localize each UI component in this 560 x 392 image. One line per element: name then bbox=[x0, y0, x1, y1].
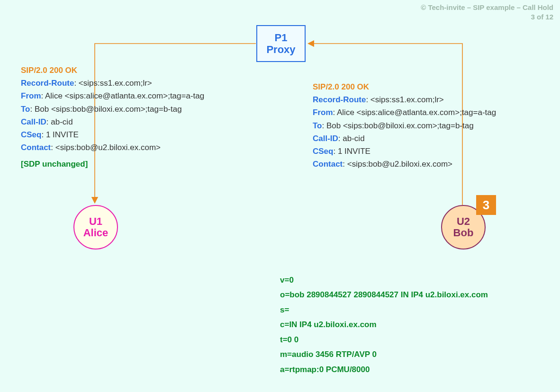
sdp-unchanged-note: [SDP unchanged] bbox=[21, 158, 204, 170]
sdp-t: t=0 0 bbox=[280, 332, 488, 347]
sdp-a: a=rtpmap:0 PCMU/8000 bbox=[280, 362, 488, 377]
from-val: : Alice <sips:alice@atlanta.ex.com>;tag=… bbox=[41, 91, 205, 100]
u2-label-2: Bob bbox=[453, 227, 474, 239]
contact-val: : <sips:bob@u2.biloxi.ex.com> bbox=[343, 160, 452, 169]
to-hdr: To bbox=[21, 105, 30, 114]
sdp-v: v=0 bbox=[280, 273, 488, 287]
contact-hdr: Contact bbox=[313, 160, 343, 169]
copyright-line1: © Tech-invite – SIP example – Call Hold bbox=[421, 3, 553, 12]
sdp-body: v=0 o=bob 2890844527 2890844527 IN IP4 u… bbox=[280, 273, 488, 377]
copyright: © Tech-invite – SIP example – Call Hold … bbox=[421, 3, 553, 21]
p1-proxy-node: P1 Proxy bbox=[256, 25, 306, 62]
copyright-line2: 3 of 12 bbox=[421, 12, 553, 22]
to-hdr: To bbox=[313, 121, 322, 130]
from-hdr: From bbox=[313, 108, 333, 117]
u1-label-2: Alice bbox=[83, 227, 108, 239]
sip-response-right: SIP/2.0 200 OK Record-Route: <sips:ss1.e… bbox=[313, 80, 496, 170]
step-badge: 3 bbox=[476, 195, 496, 215]
record-route-hdr: Record-Route bbox=[313, 95, 366, 104]
u1-label-1: U1 bbox=[89, 216, 102, 227]
status-line: SIP/2.0 200 OK bbox=[21, 64, 204, 77]
sdp-s: s= bbox=[280, 303, 488, 317]
record-route-hdr: Record-Route bbox=[21, 79, 74, 88]
from-hdr: From bbox=[21, 91, 41, 100]
cseq-val: : 1 INVITE bbox=[41, 130, 78, 139]
u1-alice-node: U1 Alice bbox=[73, 205, 118, 249]
contact-val: : <sips:bob@u2.biloxi.ex.com> bbox=[51, 143, 161, 152]
callid-val: : ab-cid bbox=[46, 117, 73, 126]
record-route-val: : <sips:ss1.ex.com;lr> bbox=[74, 79, 152, 88]
cseq-val: : 1 INVITE bbox=[333, 147, 370, 156]
sdp-m: m=audio 3456 RTP/AVP 0 bbox=[280, 347, 488, 362]
cseq-hdr: CSeq bbox=[313, 147, 333, 156]
callid-hdr: Call-ID bbox=[313, 134, 338, 143]
callid-val: : ab-cid bbox=[338, 134, 365, 143]
proxy-label-2: Proxy bbox=[266, 44, 295, 55]
sip-response-left: SIP/2.0 200 OK Record-Route: <sips:ss1.e… bbox=[21, 64, 204, 171]
callid-hdr: Call-ID bbox=[21, 117, 46, 126]
contact-hdr: Contact bbox=[21, 143, 51, 152]
cseq-hdr: CSeq bbox=[21, 130, 41, 139]
step-number: 3 bbox=[483, 198, 489, 213]
to-val: : Bob <sips:bob@biloxi.ex.com>;tag=b-tag bbox=[30, 105, 182, 114]
sdp-o: o=bob 2890844527 2890844527 IN IP4 u2.bi… bbox=[280, 287, 488, 302]
to-val: : Bob <sips:bob@biloxi.ex.com>;tag=b-tag bbox=[322, 121, 474, 130]
sdp-c: c=IN IP4 u2.biloxi.ex.com bbox=[280, 317, 488, 332]
record-route-val: : <sips:ss1.ex.com;lr> bbox=[366, 95, 443, 104]
u2-label-1: U2 bbox=[457, 216, 470, 227]
status-line: SIP/2.0 200 OK bbox=[313, 80, 496, 93]
proxy-label-1: P1 bbox=[275, 32, 288, 44]
from-val: : Alice <sips:alice@atlanta.ex.com>;tag=… bbox=[333, 108, 497, 117]
